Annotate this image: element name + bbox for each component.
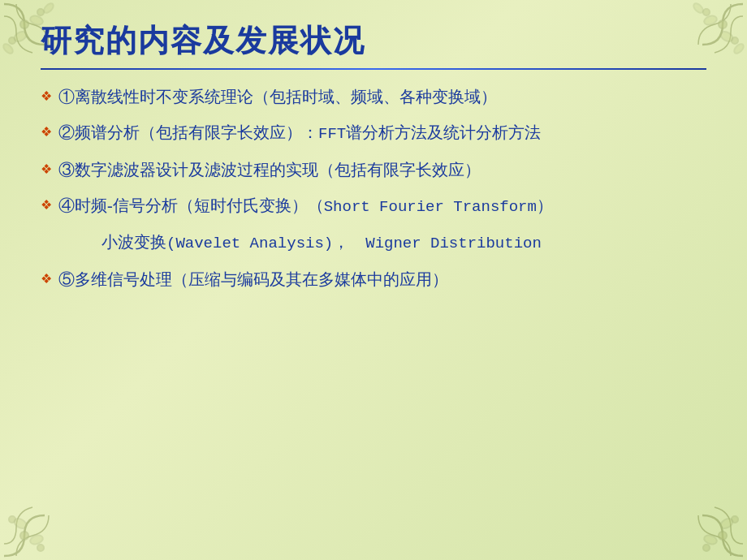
svg-point-14 [20, 532, 28, 540]
svg-point-22 [719, 517, 735, 531]
item-text: ③数字滤波器设计及滤波过程的实现（包括有限字长效应） [58, 157, 481, 182]
svg-point-15 [37, 545, 44, 551]
item-text: ①离散线性时不变系统理论（包括时域、频域、各种变换域） [58, 84, 497, 109]
slide: 研究的内容及发展状况 ❖ ①离散线性时不变系统理论（包括时域、频域、各种变换域）… [0, 0, 747, 560]
item-text: ⑤多维信号处理（压缩与编码及其在多媒体中的应用） [58, 267, 448, 291]
sub-item: 小波变换(Wavelet Analysis)， Wigner Distribut… [69, 230, 706, 256]
item-text: ④时频-信号分析（短时付氏变换）（Short Fourier Transform… [58, 193, 553, 219]
bullet-icon: ❖ [41, 160, 52, 179]
list-item: ❖ ②频谱分析（包括有限字长效应）：FFT谱分析方法及统计分析方法 [41, 120, 706, 146]
slide-title: 研究的内容及发展状况 [41, 20, 706, 62]
corner-decoration-br [658, 471, 747, 560]
item-text: ②频谱分析（包括有限字长效应）：FFT谱分析方法及统计分析方法 [58, 120, 541, 146]
svg-point-19 [719, 532, 727, 540]
list-item: ❖ ③数字滤波器设计及滤波过程的实现（包括有限字长效应） [41, 157, 706, 182]
list-item: ❖ ①离散线性时不变系统理论（包括时域、频域、各种变换域） [41, 84, 706, 109]
list-item: ❖ ⑤多维信号处理（压缩与编码及其在多媒体中的应用） [41, 267, 706, 291]
slide-content: 研究的内容及发展状况 ❖ ①离散线性时不变系统理论（包括时域、频域、各种变换域）… [0, 0, 747, 319]
bullet-icon: ❖ [41, 123, 52, 142]
list-item: ❖ ④时频-信号分析（短时付氏变换）（Short Fourier Transfo… [41, 193, 706, 219]
svg-point-17 [13, 517, 28, 531]
title-divider [41, 68, 706, 70]
bullet-icon: ❖ [41, 269, 52, 289]
corner-decoration-bl [0, 471, 89, 560]
bullet-icon: ❖ [41, 196, 52, 215]
svg-point-20 [703, 545, 710, 551]
bullet-icon: ❖ [41, 87, 52, 106]
